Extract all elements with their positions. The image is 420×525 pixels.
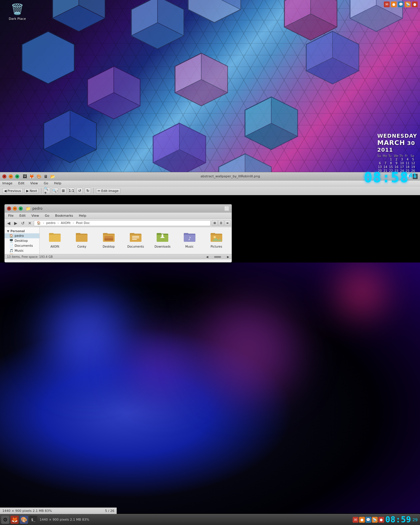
image-viewer-window: ✕ − + 🖼 🦊 🎨 🖥 📂 abstract_wallpaper_by_II… xyxy=(0,172,420,192)
folder-music-label: Music xyxy=(185,245,193,248)
fm-menu-help[interactable]: Help xyxy=(78,214,88,218)
edit-image-button[interactable]: ✏️ Edit Image xyxy=(96,188,120,194)
folder-templates[interactable]: Templates xyxy=(69,251,94,254)
menu-go[interactable]: Go xyxy=(43,181,49,185)
fm-expand-icon[interactable]: ⬜ xyxy=(224,206,229,211)
fm-maximize-button[interactable]: + xyxy=(19,206,23,211)
folder-videos[interactable]: Videos xyxy=(123,251,148,254)
folder-downloads[interactable]: Downloads xyxy=(150,230,175,250)
sidebar-pedro-label: pedro xyxy=(15,234,24,238)
folder-music[interactable]: ♪ Music xyxy=(176,230,202,250)
fm-menu-go[interactable]: Go xyxy=(44,214,50,218)
prev-button[interactable]: ◀ Previous xyxy=(2,188,23,194)
trash-icon-label: Dark Place xyxy=(9,17,26,21)
sidebar-item-pictures[interactable]: 🖼️ Pictures xyxy=(5,253,39,254)
taskbar-status-icon[interactable]: ● xyxy=(378,517,384,523)
svg-rect-39 xyxy=(49,233,54,235)
menu-image[interactable]: Image xyxy=(1,181,13,185)
edit-label: Edit Image xyxy=(101,189,118,193)
sidebar-item-desktop[interactable]: 🖥️ Desktop xyxy=(5,238,39,243)
fm-address-bar[interactable]: 🏠 › pedro › AllOfit › Post Doc xyxy=(34,220,211,226)
status-tray-icon[interactable]: ● xyxy=(412,1,418,7)
scroll-right-icon[interactable]: ▶ xyxy=(227,255,229,258)
folder-documents[interactable]: Documents xyxy=(123,230,148,250)
svg-rect-52 xyxy=(132,237,139,238)
maximize-button[interactable]: + xyxy=(15,174,19,178)
taskbar-status-text: 1440 × 900 pixels 2.1 MB 83% xyxy=(40,518,89,522)
fm-back-button[interactable]: ◀ xyxy=(6,220,12,226)
fm-breadcrumb-allofit[interactable]: AllOfit xyxy=(60,221,72,225)
notification-tray-icon[interactable]: ● xyxy=(391,1,397,7)
rotate-right-button[interactable]: ↻ xyxy=(85,188,91,194)
svg-rect-42 xyxy=(76,233,80,235)
calendar-week-2: 6789101112 xyxy=(377,161,417,165)
folder-documents-label: Documents xyxy=(127,245,144,248)
system-tray: ✉ ● 💬 📡 ● xyxy=(384,1,418,7)
fm-breadcrumb-postdoc[interactable]: Post Doc xyxy=(75,221,91,225)
rss-tray-icon[interactable]: 📡 xyxy=(405,1,411,7)
taskbar-fox-icon[interactable]: 🦊 xyxy=(10,516,19,524)
sidebar-item-pedro[interactable]: 🏠 pedro xyxy=(5,233,39,238)
next-button[interactable]: ▶ Next xyxy=(24,188,39,194)
fm-statusbar: 13 items, Free space: 193.4 GB ◀ ▶ xyxy=(5,254,232,259)
sidebar-desktop-label: Desktop xyxy=(15,239,28,243)
glow-orb-4 xyxy=(332,262,391,321)
minimize-button[interactable]: − xyxy=(9,174,13,178)
menu-view[interactable]: View xyxy=(29,181,39,185)
zoom-fit-button[interactable]: ⊞ xyxy=(60,188,66,194)
fm-stop-button[interactable]: ✕ xyxy=(27,220,33,226)
folder-desktop-icon xyxy=(103,231,115,244)
calendar-week-3: 13141516171819 xyxy=(377,165,417,169)
folder-desktop[interactable]: Desktop xyxy=(96,230,122,250)
calendar-date: 30 xyxy=(407,140,415,146)
menu-help[interactable]: Help xyxy=(53,181,62,185)
fm-status-text: 13 items, Free space: 193.4 GB xyxy=(7,255,53,258)
fm-close-button[interactable]: ✕ xyxy=(7,206,11,211)
folder-allofit[interactable]: AllOfit xyxy=(42,230,68,250)
fm-scrollbar-track[interactable] xyxy=(209,256,226,258)
folder-conky[interactable]: Conky xyxy=(69,230,94,250)
sidebar-item-documents[interactable]: 📄 Documents xyxy=(5,243,39,248)
zoom-in-button[interactable]: 🔍+ xyxy=(44,188,50,194)
zoom-actual-button[interactable]: 1:1 xyxy=(68,188,75,194)
taskbar-clock-seconds: 29 xyxy=(412,517,418,522)
fm-menu-edit[interactable]: Edit xyxy=(18,214,27,218)
taskbar-clock-time: 08:59 xyxy=(385,515,411,524)
fm-compact-view-button[interactable]: ≡ xyxy=(225,220,230,226)
folder-ubuntu-one[interactable]: 1 Ubuntu One xyxy=(96,251,122,254)
folder-examples[interactable]: Examples xyxy=(150,251,175,254)
menu-edit[interactable]: Edit xyxy=(17,181,25,185)
taskbar-chat-icon[interactable]: 💬 xyxy=(365,517,371,523)
chat-tray-icon[interactable]: 💬 xyxy=(398,1,404,7)
fm-minimize-button[interactable]: − xyxy=(13,206,17,211)
taskbar-rss-icon[interactable]: 📡 xyxy=(372,517,378,523)
imageviewer-icon-3: 🎨 xyxy=(36,174,41,179)
fm-list-view-button[interactable]: ☰ xyxy=(218,220,224,226)
fm-menu-view[interactable]: View xyxy=(30,214,40,218)
sidebar-item-music[interactable]: 🎵 Music xyxy=(5,248,39,253)
mail-tray-icon[interactable]: ✉ xyxy=(384,1,390,7)
taskbar-tray: ✉ ● 💬 📡 ● xyxy=(353,517,384,523)
folder-public[interactable]: Public xyxy=(42,251,68,254)
fm-menu-bookmarks[interactable]: Bookmarks xyxy=(54,214,74,218)
taskbar-terminal-icon[interactable]: $_ xyxy=(29,516,37,524)
rotate-left-button[interactable]: ↺ xyxy=(76,188,83,194)
top-taskbar: ✉ ● 💬 📡 ● xyxy=(0,0,420,9)
folder-pictures[interactable]: Pictures xyxy=(204,230,229,250)
close-button[interactable]: ✕ xyxy=(2,174,6,178)
fm-forward-button[interactable]: ▶ xyxy=(13,220,19,226)
taskbar-mail-icon[interactable]: ✉ xyxy=(353,517,358,523)
taskbar-bell-icon[interactable]: ● xyxy=(359,517,365,523)
zoom-out-button[interactable]: 🔍- xyxy=(52,188,58,194)
fm-menu-file[interactable]: File xyxy=(7,214,15,218)
fm-breadcrumb-home[interactable]: 🏠 xyxy=(36,221,42,225)
taskbar-system-icon[interactable]: ⚙ xyxy=(1,516,9,524)
fm-icon-view-button[interactable]: ⊞ xyxy=(212,220,218,226)
taskbar-paint-icon[interactable]: 🎨 xyxy=(20,516,28,524)
scroll-left-icon[interactable]: ◀ xyxy=(206,255,209,258)
svg-rect-45 xyxy=(103,233,108,235)
fm-breadcrumb-pedro[interactable]: pedro xyxy=(45,221,56,225)
folder-pictures-icon xyxy=(211,231,222,244)
fm-reload-button[interactable]: ↺ xyxy=(20,220,26,226)
chevron-down-icon: ▼ xyxy=(7,230,9,233)
